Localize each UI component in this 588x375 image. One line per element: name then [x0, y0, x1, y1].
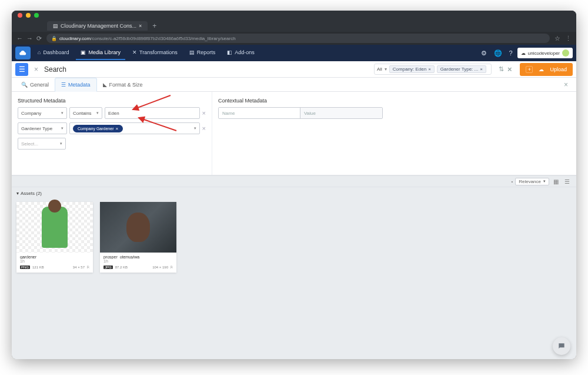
asset-card[interactable]: gardener 1h PNG 121 KB 34 × 57 ⎘: [16, 202, 93, 273]
panel-close-icon[interactable]: ×: [559, 81, 573, 89]
tag-remove-icon[interactable]: ×: [115, 126, 118, 131]
pin-icon[interactable]: •: [511, 179, 513, 184]
filter-chip[interactable]: Gardener Type: ...×: [437, 65, 486, 73]
remove-row-icon[interactable]: ×: [202, 125, 206, 132]
format-badge: PNG: [20, 266, 30, 269]
avatar: [562, 49, 569, 57]
address-bar[interactable]: 🔒 cloudinary.com /console/c-a2f58db09d89…: [46, 34, 550, 43]
chip-remove-icon[interactable]: ×: [480, 67, 483, 72]
user-menu[interactable]: ☁ unicodeveloper: [517, 48, 573, 58]
search-icon: 🔍: [21, 82, 28, 88]
remove-row-icon[interactable]: ×: [202, 109, 206, 117]
field-select[interactable]: Company▾: [18, 107, 67, 119]
search-panel-toggle[interactable]: ☰: [15, 63, 28, 76]
forward-icon[interactable]: →: [26, 35, 33, 42]
cloud-icon: ☁: [521, 51, 526, 56]
asset-thumbnail: [16, 202, 93, 253]
add-field-select[interactable]: Select...▾: [18, 138, 66, 150]
asset-more-icon[interactable]: ⎘: [171, 266, 173, 269]
browser-tab[interactable]: ▤ Cloudinary Management Cons... ×: [47, 21, 148, 31]
settings-sliders-icon[interactable]: ⇅: [499, 65, 504, 73]
nav-addons[interactable]: ◧Add-ons: [222, 46, 259, 60]
asset-dims: 104 × 190: [152, 266, 168, 269]
grid-view-icon[interactable]: ▦: [552, 178, 560, 185]
filter-chip[interactable]: Company: Eden×: [389, 65, 435, 73]
assets-grid: gardener 1h PNG 121 KB 34 × 57 ⎘ prosper…: [12, 200, 576, 359]
contextual-pair-input[interactable]: Name Value: [218, 107, 383, 119]
home-icon: ⌂: [38, 49, 41, 55]
page-title: Search: [44, 65, 66, 74]
traffic-close[interactable]: [18, 13, 22, 18]
cloud-upload-icon: ☁: [539, 67, 544, 72]
clear-search-icon[interactable]: ×: [507, 65, 512, 74]
asset-thumbnail: [100, 202, 176, 253]
upload-button[interactable]: + ☁ Upload: [520, 63, 573, 76]
reports-icon: ▤: [189, 49, 195, 55]
contextual-metadata-title: Contextual Metadata: [218, 98, 570, 104]
plus-icon: +: [526, 66, 533, 73]
browser-toolbar: ← → ⟳ 🔒 cloudinary.com /console/c-a2f58d…: [12, 32, 576, 45]
nav-reports[interactable]: ▤Reports: [185, 46, 220, 60]
asset-age: 1h: [103, 259, 173, 263]
menu-icon[interactable]: ⋮: [565, 35, 572, 42]
asset-size: 121 KB: [32, 266, 44, 269]
close-icon[interactable]: ×: [32, 65, 41, 74]
format-icon: ◣: [103, 82, 107, 88]
asset-size: 87.2 KB: [115, 266, 128, 269]
asset-name: gardener: [20, 255, 89, 259]
tab-metadata[interactable]: ☰Metadata: [55, 78, 97, 92]
media-icon: ▣: [81, 49, 86, 55]
back-icon[interactable]: ←: [16, 35, 23, 42]
active-filters-bar[interactable]: All▾ Company: Eden× Gardener Type: ...×: [374, 64, 492, 75]
nav-media-library[interactable]: ▣Media Library: [76, 46, 125, 60]
app-topnav: ⌂Dashboard ▣Media Library ✕Transformatio…: [12, 45, 576, 61]
reload-icon[interactable]: ⟳: [36, 35, 42, 42]
scope-label: All: [377, 67, 382, 72]
sort-select[interactable]: Relevance▾: [515, 178, 549, 185]
macos-titlebar: [12, 11, 576, 20]
chip-remove-icon[interactable]: ×: [428, 67, 431, 72]
value-input[interactable]: Eden: [105, 107, 200, 119]
chat-fab[interactable]: [553, 337, 570, 355]
help-icon[interactable]: ?: [507, 49, 515, 57]
tab-close-icon[interactable]: ×: [139, 23, 142, 29]
nav-transformations[interactable]: ✕Transformations: [128, 46, 182, 60]
transform-icon: ✕: [132, 49, 137, 55]
tab-format[interactable]: ◣Format & Size: [97, 78, 149, 91]
assets-count: Assets (2): [21, 191, 42, 196]
new-tab-button[interactable]: +: [148, 22, 161, 30]
extensions-icon[interactable]: ☆: [554, 35, 560, 42]
ctx-name-input[interactable]: Name: [219, 108, 300, 118]
value-multiselect[interactable]: Company Gardener×▾: [69, 122, 200, 134]
structured-metadata-title: Structured Metadata: [18, 98, 206, 104]
field-select[interactable]: Gardener Type▾: [18, 122, 67, 134]
asset-dims: 34 × 57: [73, 266, 85, 269]
browser-tabstrip: ▤ Cloudinary Management Cons... × +: [12, 20, 576, 32]
globe-icon[interactable]: 🌐: [492, 49, 505, 57]
format-badge: JPG: [103, 266, 113, 269]
list-icon: ☰: [61, 82, 66, 88]
traffic-min[interactable]: [26, 13, 31, 18]
list-view-icon[interactable]: ☰: [563, 178, 572, 185]
search-bar: ☰ × Search All▾ Company: Eden× Gardener …: [12, 61, 576, 78]
gear-icon[interactable]: ⚙: [479, 49, 489, 57]
url-path: /console/c-a2f58db09d898f87b2d30486a6f5d…: [91, 36, 235, 41]
asset-name: prosper_otemuyiwa: [103, 255, 173, 259]
selected-tag[interactable]: Company Gardener×: [73, 125, 123, 132]
assets-toolbar: • Relevance▾ ▦ ☰: [12, 175, 576, 187]
ctx-value-input[interactable]: Value: [300, 108, 382, 118]
tab-general[interactable]: 🔍General: [15, 78, 55, 91]
traffic-max[interactable]: [34, 13, 39, 18]
operator-select[interactable]: Contains▾: [69, 107, 102, 119]
metadata-filter-panel: Structured Metadata Company▾ Contains▾ E…: [12, 92, 576, 175]
asset-more-icon[interactable]: ⎘: [87, 266, 89, 269]
nav-dashboard[interactable]: ⌂Dashboard: [33, 46, 74, 60]
assets-count-row: ▾ Assets (2): [12, 187, 576, 200]
tab-favicon: ▤: [53, 23, 58, 29]
app-logo[interactable]: [15, 47, 31, 59]
chevron-down-icon[interactable]: ▾: [16, 191, 19, 196]
addons-icon: ◧: [227, 49, 232, 55]
tab-title: Cloudinary Management Cons...: [61, 23, 136, 29]
asset-card[interactable]: prosper_otemuyiwa 1h JPG 87.2 KB 104 × 1…: [100, 202, 176, 273]
url-domain: cloudinary.com: [59, 36, 91, 41]
